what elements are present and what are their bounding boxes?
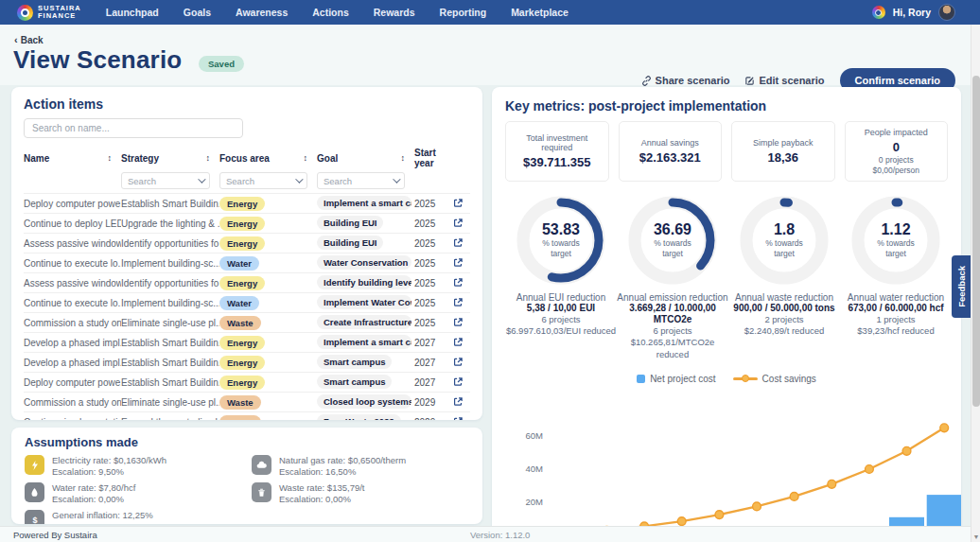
open-action-link[interactable] bbox=[453, 374, 470, 391]
column-header-start-year[interactable]: Start year bbox=[414, 148, 453, 168]
open-action-link[interactable] bbox=[453, 254, 470, 271]
assumption-item: Water rate: $7,80/hcfEscalation: 0,00% bbox=[25, 482, 242, 506]
gauge-progress-text: 673,00 / 60.000,00 hcf bbox=[840, 303, 952, 314]
column-header-name[interactable]: Name↕ bbox=[24, 148, 121, 168]
cell-name: Develop a phased impl... bbox=[24, 358, 121, 368]
column-header-goal[interactable]: Goal↕ bbox=[317, 148, 414, 168]
svg-text:40M: 40M bbox=[526, 463, 544, 474]
focus-area-badge: Energy bbox=[219, 276, 265, 290]
metric-label: Annual savings bbox=[623, 138, 718, 148]
sort-icon[interactable]: ↕ bbox=[401, 153, 406, 163]
edit-scenario-button[interactable]: Edit scenario bbox=[744, 75, 824, 86]
open-action-link[interactable] bbox=[453, 195, 470, 212]
table-row: Commission a study on...Eliminate single… bbox=[24, 392, 470, 411]
focus-area-badge: Water bbox=[219, 296, 259, 310]
gauge-caption: Annual water reduction bbox=[840, 292, 952, 303]
nav-item-goals[interactable]: Goals bbox=[184, 7, 211, 18]
column-header-strategy[interactable]: Strategy↕ bbox=[121, 148, 219, 168]
nav-item-actions[interactable]: Actions bbox=[312, 7, 349, 18]
gauge-sub: % towards bbox=[654, 238, 691, 249]
nav-item-launchpad[interactable]: Launchpad bbox=[106, 7, 159, 18]
nav-item-rewards[interactable]: Rewards bbox=[374, 7, 415, 18]
action-items-title: Action items bbox=[24, 96, 470, 112]
table-filters: Search Search Search bbox=[24, 172, 470, 189]
edit-pencil-icon bbox=[744, 76, 755, 86]
external-link-icon bbox=[453, 277, 464, 288]
open-action-link[interactable] bbox=[453, 334, 470, 351]
scroll-down-arrow-icon[interactable]: ▼ bbox=[972, 533, 980, 540]
sort-icon[interactable]: ↕ bbox=[304, 153, 308, 163]
top-navbar: SUSTAIRAFINANCE LaunchpadGoalsAwarenessA… bbox=[0, 0, 980, 25]
open-action-link[interactable] bbox=[453, 235, 470, 252]
gauge-sub: target bbox=[885, 249, 906, 259]
nav-item-awareness[interactable]: Awareness bbox=[236, 7, 288, 18]
vertical-scrollbar[interactable]: ▼ bbox=[971, 25, 980, 542]
open-action-link[interactable] bbox=[453, 393, 470, 411]
goal-badge: Smart campus bbox=[317, 375, 392, 389]
sustaira-mini-icon[interactable] bbox=[872, 6, 885, 19]
strategy-filter-select[interactable]: Search bbox=[121, 172, 210, 189]
open-action-link[interactable] bbox=[453, 215, 470, 232]
waste-icon bbox=[252, 482, 271, 502]
progress-gauge: 1.12% towardstargetAnnual water reductio… bbox=[840, 193, 952, 360]
table-row: Assess passive window ...Identify opport… bbox=[24, 233, 470, 253]
metric-cards-row: Total investment required$39.711.355Annu… bbox=[505, 121, 948, 182]
cell-start-year: 2029 bbox=[414, 417, 453, 421]
cell-strategy: Establish Smart Buildin... bbox=[121, 377, 219, 388]
nav-item-reporting[interactable]: Reporting bbox=[440, 7, 487, 18]
metric-label: Total investment required bbox=[510, 133, 604, 152]
open-action-link[interactable] bbox=[453, 413, 470, 420]
assumption-item: Natural gas rate: $0,6500/thermEscalatio… bbox=[252, 455, 469, 479]
gauge-cost-text: $6.997.610,03/EUI reduced bbox=[505, 325, 617, 337]
open-action-link[interactable] bbox=[453, 274, 470, 291]
open-action-link[interactable] bbox=[453, 354, 470, 371]
cell-start-year: 2025 bbox=[414, 219, 453, 229]
nav-item-marketplace[interactable]: Marketplace bbox=[511, 7, 569, 18]
external-link-icon bbox=[453, 396, 464, 407]
gauge-projects-text: 1 projects bbox=[840, 314, 952, 325]
scrollbar-thumb[interactable] bbox=[972, 76, 980, 407]
cell-strategy: Implement building-sc... bbox=[121, 298, 219, 308]
page-header: ‹Back View Scenario Saved Share scenario… bbox=[0, 25, 980, 85]
gauge-projects-text: 6 projects bbox=[505, 314, 617, 325]
brand-logo[interactable]: SUSTAIRAFINANCE bbox=[17, 5, 81, 21]
cell-start-year: 2025 bbox=[414, 258, 453, 269]
legend-cost-savings[interactable]: Cost savings bbox=[733, 374, 816, 384]
focus-area-badge: Waste bbox=[219, 415, 261, 421]
inflation-icon: $ bbox=[25, 510, 44, 524]
cell-strategy: Eliminate single-use pl... bbox=[121, 318, 219, 328]
share-scenario-button[interactable]: Share scenario bbox=[641, 75, 730, 86]
sort-icon[interactable]: ↕ bbox=[206, 153, 211, 163]
cell-name: Continue to execute lo... bbox=[24, 298, 121, 308]
metric-value: 18,36 bbox=[736, 150, 831, 165]
back-link[interactable]: ‹Back bbox=[14, 34, 44, 45]
action-items-card: Action items Name↕ Strategy↕ Focus area↕… bbox=[11, 87, 482, 420]
combo-chart-svg[interactable]: 60M40M20M0-20M bbox=[505, 384, 961, 542]
svg-text:$: $ bbox=[32, 516, 37, 525]
open-action-link[interactable] bbox=[453, 294, 470, 311]
gauge-cost-text: $39,23/hcf reduced bbox=[840, 325, 952, 337]
focus-area-filter-select[interactable]: Search bbox=[219, 172, 307, 189]
avatar[interactable] bbox=[938, 4, 955, 21]
external-link-icon bbox=[453, 337, 464, 347]
natural-gas-icon bbox=[252, 455, 271, 475]
assumption-escalation: Escalation: 9,50% bbox=[52, 466, 124, 477]
feedback-button[interactable]: Feedback bbox=[952, 255, 971, 318]
goal-filter-select[interactable]: Search bbox=[317, 172, 405, 189]
open-action-link[interactable] bbox=[453, 314, 470, 331]
chevron-down-icon bbox=[295, 175, 303, 183]
gauge-cost-text: $10.265,81/MTCO2e reduced bbox=[617, 337, 728, 360]
cell-start-year: 2025 bbox=[414, 298, 453, 308]
gauge-projects-text: 2 projects bbox=[728, 314, 840, 325]
legend-net-project-cost[interactable]: Net project cost bbox=[637, 374, 715, 384]
sort-icon[interactable]: ↕ bbox=[108, 153, 113, 163]
cell-start-year: 2025 bbox=[414, 238, 453, 249]
column-header-focus-area[interactable]: Focus area↕ bbox=[219, 148, 317, 168]
cell-start-year: 2025 bbox=[414, 318, 453, 328]
cell-strategy: Eliminate single-use pl... bbox=[121, 397, 219, 408]
search-input[interactable] bbox=[24, 118, 243, 138]
table-row: Deploy computer powe...Establish Smart B… bbox=[24, 372, 470, 392]
cell-strategy: Establish Smart Buildin... bbox=[121, 338, 219, 348]
focus-area-badge: Waste bbox=[219, 316, 261, 330]
cell-start-year: 2025 bbox=[414, 278, 453, 288]
